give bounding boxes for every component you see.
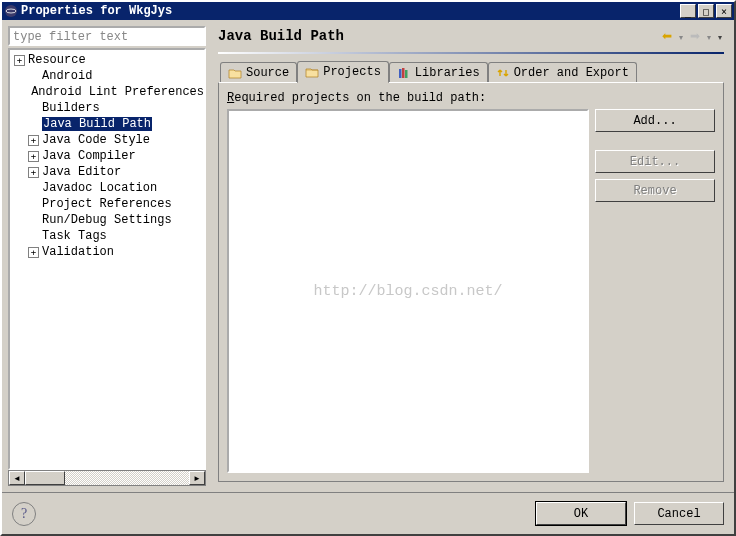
tree-item-label: Builders [42,101,100,115]
projects-tab-pane: Required projects on the build path: htt… [218,82,724,482]
properties-dialog: Properties for WkgJys _ □ × type filter … [0,0,736,536]
filter-placeholder: type filter text [13,30,128,44]
required-projects-list[interactable]: http://blog.csdn.net/ [227,109,589,473]
watermark: http://blog.csdn.net/ [313,283,502,300]
scroll-left-arrow[interactable]: ◄ [9,471,25,485]
maximize-button[interactable]: □ [698,4,714,18]
tab-label: Source [246,66,289,80]
tree-item[interactable]: Run/Debug Settings [10,212,204,228]
folder-source-icon [228,67,242,79]
tree-item-label: Java Code Style [42,133,150,147]
tree-item-label: Resource [28,53,86,67]
scroll-right-arrow[interactable]: ► [189,471,205,485]
tree-item-label: Java Build Path [42,117,152,131]
tree-item-label: Project References [42,197,172,211]
close-button[interactable]: × [716,4,732,18]
forward-menu-icon[interactable]: ▾ [705,33,713,42]
nav-buttons: ⬅ ▾ ➡ ▾ ▾ [660,29,724,43]
tree-item[interactable]: Java Build Path [10,116,204,132]
cancel-button[interactable]: Cancel [634,502,724,525]
tree-item[interactable]: +Java Editor [10,164,204,180]
tab-label: Order and Export [514,66,629,80]
expand-toggle[interactable]: + [28,135,39,146]
edit-button: Edit... [595,150,715,173]
tab-source[interactable]: Source [220,62,297,82]
tree-item-label: Javadoc Location [42,181,157,195]
view-menu-icon[interactable]: ▾ [716,33,724,42]
expand-toggle[interactable]: + [14,55,25,66]
expand-toggle[interactable]: + [28,151,39,162]
required-projects-label: Required projects on the build path: [227,91,715,105]
tree-item-label: Run/Debug Settings [42,213,172,227]
right-panel: Java Build Path ⬅ ▾ ➡ ▾ ▾ SourceProjects… [206,26,728,486]
tab-bar: SourceProjectsLibrariesOrder and Export [214,60,728,82]
svg-rect-2 [399,69,402,78]
tab-libraries[interactable]: Libraries [389,62,488,82]
tree-item[interactable]: +Java Code Style [10,132,204,148]
tree-item[interactable]: +Java Compiler [10,148,204,164]
tab-label: Projects [323,65,381,79]
tab-label: Libraries [415,66,480,80]
left-panel: type filter text +ResourceAndroidAndroid… [8,26,206,486]
tab-projects[interactable]: Projects [297,61,389,83]
tree-item[interactable]: Builders [10,100,204,116]
scroll-thumb[interactable] [25,471,65,485]
minimize-button[interactable]: _ [680,4,696,18]
titlebar[interactable]: Properties for WkgJys _ □ × [2,2,734,20]
ok-button[interactable]: OK [536,502,626,525]
horizontal-scrollbar[interactable]: ◄ ► [8,470,206,486]
help-button[interactable]: ? [12,502,36,526]
expand-toggle[interactable]: + [28,167,39,178]
svg-rect-4 [405,70,408,78]
add-button[interactable]: Add... [595,109,715,132]
eclipse-icon [4,4,18,18]
expand-toggle[interactable]: + [28,247,39,258]
tree-item[interactable]: Project References [10,196,204,212]
tree-item-label: Task Tags [42,229,107,243]
dialog-footer: ? OK Cancel [2,492,734,534]
back-menu-icon[interactable]: ▾ [677,33,685,42]
category-tree[interactable]: +ResourceAndroidAndroid Lint Preferences… [8,48,206,470]
tree-item-label: Validation [42,245,114,259]
back-arrow-icon[interactable]: ⬅ [660,29,674,43]
window-title: Properties for WkgJys [21,4,680,18]
header-separator [218,52,724,54]
page-title: Java Build Path [218,28,660,44]
tab-order-and-export[interactable]: Order and Export [488,62,637,82]
svg-rect-3 [402,68,405,78]
tree-item[interactable]: Android Lint Preferences [10,84,204,100]
tree-item-label: Android [42,69,92,83]
tree-item[interactable]: Android [10,68,204,84]
libraries-icon [397,67,411,79]
tree-item[interactable]: +Validation [10,244,204,260]
tree-item[interactable]: +Resource [10,52,204,68]
tree-item-label: Java Compiler [42,149,136,163]
remove-button: Remove [595,179,715,202]
tree-item-label: Java Editor [42,165,121,179]
folder-projects-icon [305,66,319,78]
svg-point-0 [5,5,17,17]
tree-item[interactable]: Javadoc Location [10,180,204,196]
order-export-icon [496,67,510,79]
tree-item[interactable]: Task Tags [10,228,204,244]
filter-input[interactable]: type filter text [8,26,206,46]
tree-item-label: Android Lint Preferences [31,85,204,99]
forward-arrow-icon[interactable]: ➡ [688,29,702,43]
scroll-track[interactable] [25,471,189,485]
